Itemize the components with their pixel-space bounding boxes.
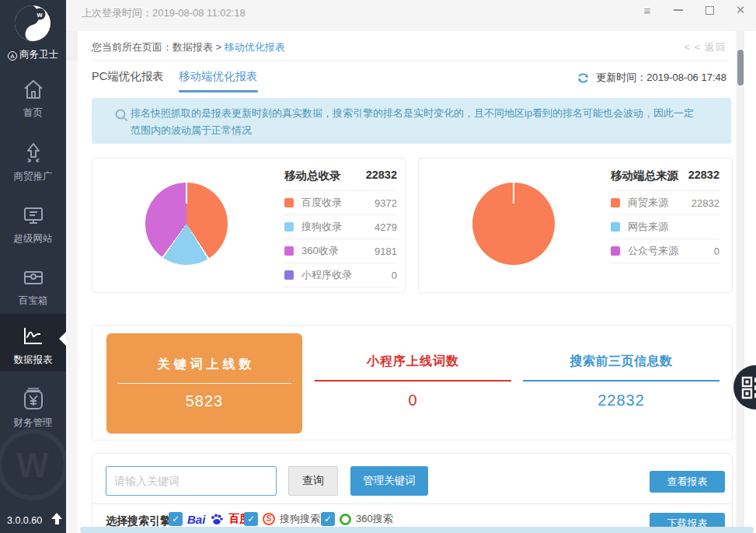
minimize-icon[interactable]	[672, 4, 685, 16]
baidu-logo-text: Bai	[187, 513, 205, 526]
stat-divider	[117, 383, 291, 384]
menu-icon[interactable]: ≡	[641, 4, 653, 16]
sidebar-item-label: 财务管理	[0, 416, 66, 430]
breadcrumb: 您当前所在页面：数据报表 > 移动优化报表	[92, 40, 285, 54]
legend-header: 移动端总来源 22832	[611, 169, 719, 191]
watermark-shield: W	[0, 429, 68, 500]
maximize-icon[interactable]	[703, 4, 716, 16]
home-icon	[22, 78, 45, 101]
query-button[interactable]: 查询	[288, 466, 338, 496]
sidebar-item-finance[interactable]: 财务管理	[0, 386, 66, 430]
pie-chart-mobile-source	[472, 183, 555, 265]
legend-label: 公众号来源	[628, 244, 714, 258]
update-arrow-icon[interactable]	[51, 513, 62, 525]
legend-header: 移动总收录 22832	[284, 169, 397, 191]
swatch-wechat	[611, 246, 620, 256]
breadcrumb-prefix: 您当前所在页面：数据报表 >	[92, 41, 225, 53]
stat-top3-info: 搜索前三页信息数 22832	[523, 354, 719, 409]
legend-value: 4279	[375, 221, 397, 233]
legend-label: 百度收录	[301, 196, 375, 210]
sidebar: w A商务卫士 首页 商贸推广 超级网站 百宝箱 数据报表 财务管理 W	[0, 0, 66, 533]
sidebar-item-website[interactable]: 超级网站	[0, 204, 66, 246]
swatch-360	[284, 246, 294, 256]
stat-label: 关键词上线数	[106, 357, 302, 373]
legend-row: 小程序收录 0	[284, 263, 397, 287]
notice-banner: 排名快照抓取的是报表更新时刻的真实数据，搜索引擎的排名是实时变化的，且不同地区i…	[92, 98, 731, 144]
qr-code-icon	[741, 376, 756, 399]
chart-title: 移动总收录	[284, 169, 341, 183]
sidebar-item-home[interactable]: 首页	[0, 78, 66, 120]
sidebar-item-toolbox[interactable]: 百宝箱	[0, 266, 66, 308]
baidu-checkbox[interactable]: ✓	[169, 512, 183, 526]
sogou-checkbox[interactable]: ✓	[244, 512, 258, 526]
sidebar-item-label: 商贸推广	[0, 170, 66, 183]
stat-keywords-online: 关键词上线数 5823	[106, 333, 302, 434]
swatch-miniprogram	[284, 270, 294, 280]
refresh-icon[interactable]	[577, 71, 590, 85]
legend-value: 9181	[375, 246, 397, 257]
svg-text:w: w	[36, 11, 43, 19]
swatch-webad	[611, 222, 620, 232]
stat-value: 5823	[106, 392, 302, 410]
engine-sogou: ✓ S 搜狗搜索	[244, 512, 320, 526]
stat-miniprogram-words: 小程序上线词数 0	[315, 354, 511, 409]
chart-title: 移动端总来源	[611, 169, 678, 183]
stat-divider	[315, 380, 511, 381]
finance-yen-icon	[21, 386, 46, 411]
sidebar-item-reports[interactable]: 数据报表	[0, 314, 66, 371]
view-report-button[interactable]: 查看报表	[650, 471, 725, 493]
keyword-input[interactable]	[106, 466, 277, 496]
breadcrumb-current[interactable]: 移动优化报表	[225, 41, 285, 53]
back-link[interactable]: < < 返回	[685, 40, 726, 54]
horizontal-scrollbar-thumb[interactable]	[80, 527, 754, 533]
legend-row: 搜狗收录 4279	[284, 215, 397, 239]
main-panel: 您当前所在页面：数据报表 > 移动优化报表 < < 返回 PC端优化报表 移动端…	[78, 31, 736, 533]
legend: 移动端总来源 22832 商贸来源 22832 网告来源 公众号来源 0	[611, 169, 719, 263]
active-item-notch	[59, 332, 66, 346]
legend-value: 9372	[375, 197, 397, 209]
promotion-arrows-icon	[22, 141, 45, 165]
update-time: 更新时间：2019-08-06 17:48	[596, 71, 726, 85]
pie-chart-mobile-index	[145, 183, 228, 265]
manage-keywords-button[interactable]: 管理关键词	[350, 466, 428, 496]
card-keyword-search: 查询 管理关键词 查看报表 选择搜索引擎 ✓ Bai 百度 ✓ S 搜狗搜索 ✓…	[92, 453, 733, 533]
chart-total: 22832	[688, 169, 719, 183]
tab-mobile-report[interactable]: 移动端优化报表	[179, 69, 258, 92]
window-controls: ≡ ✕	[641, 4, 747, 16]
version-label: 3.0.0.60	[7, 515, 42, 526]
divider	[92, 503, 732, 504]
legend-label: 搜狗收录	[301, 220, 375, 234]
scrollbar-thumb[interactable]	[737, 50, 744, 85]
titlebar: 上次登录时间：2019-08-08 11:02:18 ≡ ✕	[66, 0, 756, 31]
legend-value: 0	[392, 270, 397, 281]
legend-value: 22832	[692, 197, 719, 209]
baidu-paw-icon	[210, 513, 224, 525]
stat-label: 小程序上线词数	[315, 354, 511, 370]
brand-name: 商务卫士	[19, 49, 58, 60]
360-checkbox[interactable]: ✓	[321, 512, 335, 526]
close-icon[interactable]: ✕	[734, 4, 747, 16]
report-chart-icon	[22, 325, 45, 348]
stat-label: 搜索前三页信息数	[523, 354, 719, 370]
legend-row: 网告来源	[611, 215, 719, 239]
notice-text: 排名快照抓取的是报表更新时刻的真实数据，搜索引擎的排名是实时变化的，且不同地区i…	[92, 98, 731, 139]
tab-label: 移动端优化报表	[179, 70, 258, 82]
legend-label: 360收录	[301, 244, 375, 258]
swatch-trade	[611, 198, 620, 207]
sidebar-item-promotion[interactable]: 商贸推广	[0, 141, 66, 183]
last-login-time: 上次登录时间：2019-08-08 11:02:18	[82, 6, 246, 20]
stat-value: 22832	[523, 392, 719, 409]
360-logo-icon	[340, 514, 351, 525]
sidebar-item-label: 首页	[0, 106, 66, 120]
legend-label: 网告来源	[628, 220, 719, 234]
app-logo-icon: w	[14, 5, 51, 42]
vertical-scrollbar	[737, 31, 744, 533]
left-gutter	[66, 31, 78, 61]
legend-label: 商贸来源	[628, 196, 692, 210]
chart-total: 22832	[366, 169, 397, 183]
legend-value: 0	[714, 246, 719, 257]
app-window: w A商务卫士 首页 商贸推广 超级网站 百宝箱 数据报表 财务管理 W	[0, 0, 756, 533]
brand-badge-icon: A	[8, 51, 17, 61]
tab-pc-report[interactable]: PC端优化报表	[92, 69, 164, 84]
sidebar-item-label: 数据报表	[0, 354, 66, 367]
